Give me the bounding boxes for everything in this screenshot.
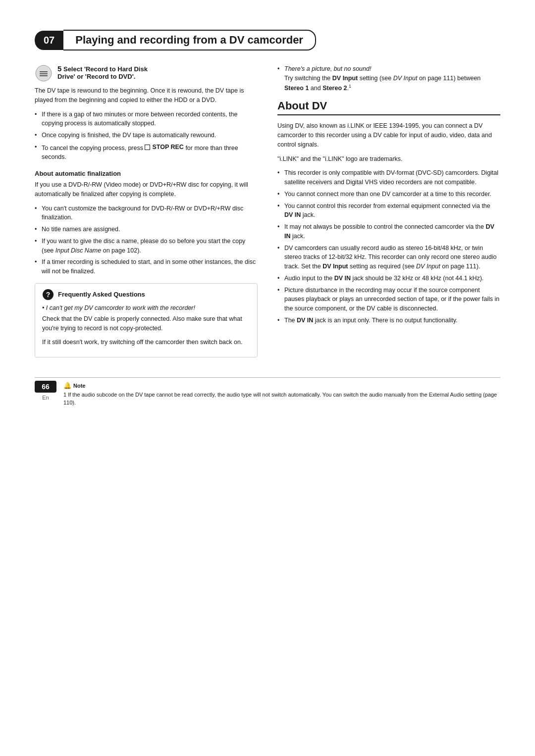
stop-rec-label: STOP REC bbox=[152, 143, 183, 152]
faq-question: • I can't get my DV camcorder to work wi… bbox=[42, 304, 250, 311]
svg-text:?: ? bbox=[46, 291, 51, 299]
bullet-timer: If a timer recording is scheduled to sta… bbox=[35, 257, 258, 276]
faq-box: ? Frequently Asked Questions • I can't g… bbox=[35, 283, 258, 357]
about-dv-intro: Using DV, also known as i.LINK or IEEE 1… bbox=[277, 121, 500, 149]
bullet-no-title: No title names are assigned. bbox=[35, 225, 258, 234]
faq-title-row: ? Frequently Asked Questions bbox=[42, 289, 250, 301]
dv-bullet-1: You cannot connect more than one DV camc… bbox=[277, 190, 500, 199]
stop-icon bbox=[145, 145, 150, 150]
step-5-label: 5 Select 'Record to Hard DiskDrive' or '… bbox=[57, 64, 148, 80]
page-number: 66 bbox=[35, 381, 56, 393]
dv-bullet-4: DV camcorders can usually record audio a… bbox=[277, 244, 500, 271]
menu-button-icon bbox=[35, 64, 53, 82]
dv-bullet-5: Audio input to the DV IN jack should be … bbox=[277, 274, 500, 283]
step5-body: The DV tape is rewound to the beginning.… bbox=[35, 86, 258, 105]
bullet-disc-name: If you want to give the disc a name, ple… bbox=[35, 237, 258, 255]
footer-lang: En bbox=[42, 395, 49, 401]
chapter-header: 07 Playing and recording from a DV camco… bbox=[35, 30, 500, 50]
right-top-bullets: There's a picture, but no sound! Try swi… bbox=[277, 64, 500, 93]
faq-icon: ? bbox=[42, 289, 54, 301]
faq-answer1: Check that the DV cable is properly conn… bbox=[42, 314, 250, 333]
main-bullets: If there is a gap of two minutes or more… bbox=[35, 110, 258, 162]
about-dv-heading: About DV bbox=[277, 100, 500, 115]
note-title: 🔔 Note bbox=[63, 381, 500, 391]
faq-title: Frequently Asked Questions bbox=[58, 291, 145, 298]
about-dv-trademark: "i.LINK" and the "i.LINK" logo are trade… bbox=[277, 154, 500, 164]
step-5-row: 5 Select 'Record to Hard DiskDrive' or '… bbox=[35, 64, 258, 82]
dv-bullet-7: The DV IN jack is an input only. There i… bbox=[277, 316, 500, 325]
auto-finalization-body: If you use a DVD-R/-RW (Video mode) or D… bbox=[35, 180, 258, 199]
note-text: 1 If the audio subcode on the DV tape ca… bbox=[63, 391, 500, 407]
chapter-number: 07 bbox=[35, 31, 63, 50]
dv-bullet-3: It may not always be possible to control… bbox=[277, 222, 500, 241]
svg-rect-3 bbox=[40, 75, 48, 76]
page-footer: 66 En 🔔 Note 1 If the audio subcode on t… bbox=[35, 377, 500, 407]
faq-answer2: If it still doesn't work, try switching … bbox=[42, 338, 250, 347]
left-column: 5 Select 'Record to Hard DiskDrive' or '… bbox=[35, 64, 258, 357]
dv-bullet-2: You cannot control this recorder from ex… bbox=[277, 202, 500, 220]
svg-rect-1 bbox=[40, 71, 48, 72]
bullet-rewind: Once copying is finished, the DV tape is… bbox=[35, 131, 258, 140]
bullet-cancel: To cancel the copying process, press STO… bbox=[35, 143, 258, 162]
svg-rect-2 bbox=[40, 73, 48, 74]
bullet-customize: You can't customize the background for D… bbox=[35, 204, 258, 223]
dv-bullet-0: This recorder is only compatible with DV… bbox=[277, 168, 500, 187]
bullet-gap: If there is a gap of two minutes or more… bbox=[35, 110, 258, 129]
finalization-bullets: You can't customize the background for D… bbox=[35, 204, 258, 276]
bullet-no-sound: There's a picture, but no sound! Try swi… bbox=[277, 64, 500, 93]
page-num-section: 66 En bbox=[35, 381, 56, 401]
note-section: 🔔 Note 1 If the audio subcode on the DV … bbox=[63, 381, 500, 407]
right-column: There's a picture, but no sound! Try swi… bbox=[277, 64, 500, 357]
dv-bullets: This recorder is only compatible with DV… bbox=[277, 168, 500, 325]
chapter-title: Playing and recording from a DV camcorde… bbox=[63, 30, 316, 50]
auto-finalization-heading: About automatic finalization bbox=[35, 170, 258, 177]
main-content: 5 Select 'Record to Hard DiskDrive' or '… bbox=[35, 64, 500, 357]
dv-bullet-6: Picture disturbance in the recording may… bbox=[277, 286, 500, 313]
note-icon: 🔔 bbox=[63, 381, 71, 391]
stop-rec-line: STOP REC bbox=[145, 143, 183, 152]
